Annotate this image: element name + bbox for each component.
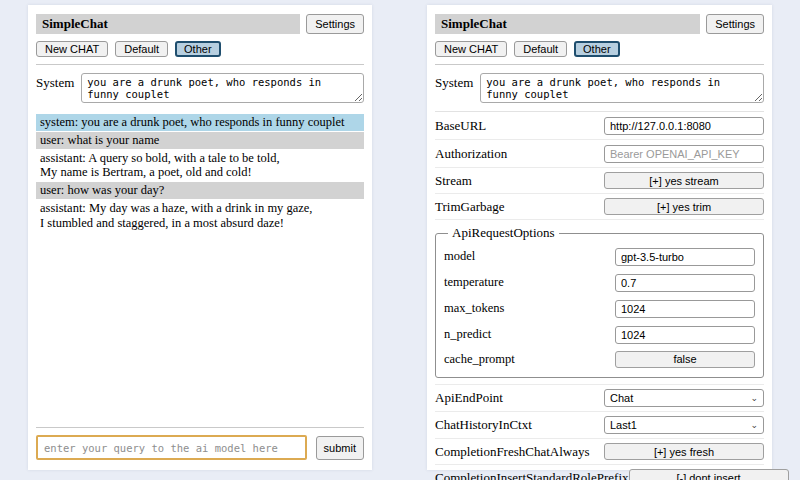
spacer xyxy=(36,232,364,427)
chat-history-select[interactable]: Last1 ⌄ xyxy=(604,416,764,434)
chat-history-label: ChatHistoryInCtxt xyxy=(435,417,604,433)
completion-insert-prefix-label: CompletionInsertStandardRolePrefix xyxy=(435,470,629,480)
chevron-down-icon: ⌄ xyxy=(750,394,758,403)
setting-row-baseurl: BaseURL xyxy=(435,112,764,140)
cache-prompt-label: cache_prompt xyxy=(444,352,615,367)
setting-row-api-endpoint: ApiEndPoint Chat ⌄ xyxy=(435,385,764,412)
chat-message-user: user: how was your day? xyxy=(36,182,364,199)
session-tab-other[interactable]: Other xyxy=(574,41,620,57)
session-tab-other[interactable]: Other xyxy=(175,41,221,57)
system-prompt-row: System you are a drunk poet, who respond… xyxy=(36,73,364,103)
query-bar: submit xyxy=(36,435,364,460)
stream-label: Stream xyxy=(435,173,604,189)
session-tab-default[interactable]: Default xyxy=(514,41,567,57)
setting-row-chat-history: ChatHistoryInCtxt Last1 ⌄ xyxy=(435,412,764,439)
api-request-options-wrap: ApiRequestOptions model temperature max_… xyxy=(435,220,764,385)
setting-row-completion-insert-prefix: CompletionInsertStandardRolePrefix [-] d… xyxy=(435,465,764,480)
setting-row-max-tokens: max_tokens xyxy=(444,295,755,321)
n-predict-label: n_predict xyxy=(444,327,615,342)
max-tokens-label: max_tokens xyxy=(444,301,615,316)
submit-button[interactable]: submit xyxy=(316,436,364,460)
model-label: model xyxy=(444,249,615,264)
api-endpoint-label: ApiEndPoint xyxy=(435,390,604,406)
app-title: SimpleChat xyxy=(36,14,300,34)
chevron-down-icon: ⌄ xyxy=(750,421,758,430)
chat-panel: SimpleChat Settings New CHAT Default Oth… xyxy=(28,5,372,470)
session-toolbar: New CHAT Default Other xyxy=(435,41,764,57)
setting-row-cache-prompt: cache_prompt false xyxy=(444,347,755,371)
settings-button[interactable]: Settings xyxy=(706,14,764,34)
authorization-input[interactable] xyxy=(604,145,764,163)
header: SimpleChat Settings xyxy=(36,14,364,34)
trimgarbage-toggle-button[interactable]: [+] yes trim xyxy=(604,198,764,215)
settings-button[interactable]: Settings xyxy=(306,14,364,34)
model-input[interactable] xyxy=(615,248,755,266)
chat-message-user: user: what is your name xyxy=(36,132,364,149)
setting-row-n-predict: n_predict xyxy=(444,321,755,347)
api-request-options-fieldset: ApiRequestOptions model temperature max_… xyxy=(435,225,764,378)
divider xyxy=(36,64,364,65)
divider xyxy=(435,64,764,65)
api-endpoint-select[interactable]: Chat ⌄ xyxy=(604,389,764,407)
session-toolbar: New CHAT Default Other xyxy=(36,41,364,57)
header: SimpleChat Settings xyxy=(435,14,764,34)
api-endpoint-selected-value: Chat xyxy=(610,392,633,404)
chat-message-list: system: you are a drunk poet, who respon… xyxy=(36,114,364,232)
chat-message-assistant: assistant: A query so bold, with a tale … xyxy=(36,150,364,182)
max-tokens-input[interactable] xyxy=(615,300,755,318)
setting-row-model: model xyxy=(444,243,755,269)
completion-insert-prefix-toggle-button[interactable]: [-] dont insert xyxy=(629,469,789,480)
cache-prompt-toggle-button[interactable]: false xyxy=(615,351,755,368)
temperature-label: temperature xyxy=(444,275,615,290)
session-tab-default[interactable]: Default xyxy=(115,41,168,57)
chat-message-system: system: you are a drunk poet, who respon… xyxy=(36,114,364,131)
settings-panel: SimpleChat Settings New CHAT Default Oth… xyxy=(427,5,772,470)
setting-row-stream: Stream [+] yes stream xyxy=(435,168,764,194)
completion-fresh-label: CompletionFreshChatAlways xyxy=(435,444,604,460)
completion-fresh-toggle-button[interactable]: [+] yes fresh xyxy=(604,443,764,460)
setting-row-completion-fresh: CompletionFreshChatAlways [+] yes fresh xyxy=(435,439,764,465)
baseurl-input[interactable] xyxy=(604,117,764,135)
authorization-label: Authorization xyxy=(435,146,604,162)
stage: SimpleChat Settings New CHAT Default Oth… xyxy=(0,0,800,480)
temperature-input[interactable] xyxy=(615,274,755,292)
chat-history-selected-value: Last1 xyxy=(610,419,637,431)
system-prompt-input[interactable]: you are a drunk poet, who responds in fu… xyxy=(480,73,764,103)
setting-row-trimgarbage: TrimGarbage [+] yes trim xyxy=(435,194,764,220)
n-predict-input[interactable] xyxy=(615,326,755,344)
system-label: System xyxy=(435,73,473,103)
new-chat-button[interactable]: New CHAT xyxy=(36,41,108,57)
baseurl-label: BaseURL xyxy=(435,118,604,134)
divider xyxy=(36,427,364,428)
query-input[interactable] xyxy=(36,435,307,460)
stream-toggle-button[interactable]: [+] yes stream xyxy=(604,172,764,189)
new-chat-button[interactable]: New CHAT xyxy=(435,41,507,57)
settings-form: BaseURL Authorization Stream [+] yes str… xyxy=(435,111,764,480)
system-label: System xyxy=(36,73,74,103)
setting-row-authorization: Authorization xyxy=(435,140,764,168)
system-prompt-input[interactable]: you are a drunk poet, who responds in fu… xyxy=(81,73,364,103)
system-prompt-row: System you are a drunk poet, who respond… xyxy=(435,73,764,103)
app-title: SimpleChat xyxy=(435,14,700,34)
trimgarbage-label: TrimGarbage xyxy=(435,199,604,215)
chat-message-assistant: assistant: My day was a haze, with a dri… xyxy=(36,200,364,232)
api-request-options-legend: ApiRequestOptions xyxy=(448,225,559,241)
setting-row-temperature: temperature xyxy=(444,269,755,295)
